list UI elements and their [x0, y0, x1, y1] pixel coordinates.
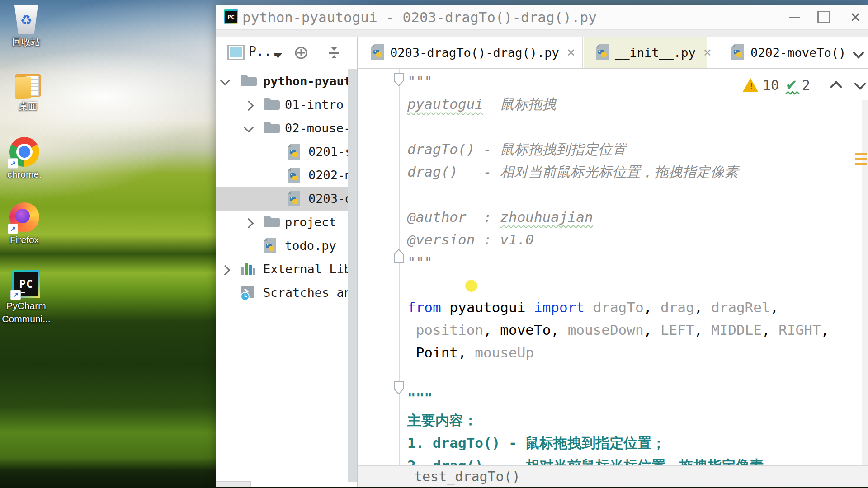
project-view-dropdown-icon[interactable] — [274, 53, 282, 58]
desktop-folder-icon — [15, 72, 41, 99]
breadcrumb-bar: test_dragTo() — [358, 465, 868, 487]
folder-icon — [263, 97, 280, 112]
desktop-icon-label: Firefox — [0, 235, 54, 245]
close-button[interactable]: ✕ — [845, 7, 865, 28]
tree-item-label: External Libr — [263, 262, 357, 276]
folder-icon — [263, 214, 280, 230]
folder-front — [15, 76, 31, 99]
editor-pane[interactable]: """pyautogui 鼠标拖拽dragTo() - 鼠标拖拽到指定位置dra… — [358, 69, 868, 487]
chevron-down-icon[interactable] — [244, 122, 254, 133]
desktop-icon-label: Communi... — [0, 314, 56, 324]
code-line-16: 主要内容： — [407, 411, 477, 429]
tree-item-01-intro[interactable]: 01-intro — [216, 93, 357, 117]
code-line-17: 1. dragTo() - 鼠标拖拽到指定位置； — [407, 434, 665, 452]
desktop-icon-label: 桌面 — [0, 101, 57, 112]
project-tree-hscrollbar[interactable] — [216, 481, 251, 487]
tree-item-0202-mc[interactable]: 0202-mc — [216, 164, 357, 187]
code-line-15: """ — [407, 389, 433, 407]
desktop-icon-label: PyCharm — [0, 300, 56, 311]
python-file-icon — [595, 44, 609, 62]
previous-problem-icon[interactable] — [830, 81, 842, 93]
maximize-button[interactable] — [814, 7, 834, 28]
collapse-all-icon[interactable] — [326, 45, 342, 61]
warning-stripe-mark[interactable] — [855, 158, 867, 160]
chevron-down-icon[interactable] — [220, 75, 231, 86]
minimize-icon — [789, 17, 800, 18]
firefox-core — [15, 209, 30, 223]
editor-tab-0202-moveto-[interactable]: 0202-moveTo() — [708, 37, 868, 68]
tree-item-label: todo.py — [285, 239, 336, 253]
window-titlebar: PC python-pyautogui - 0203-dragTo()-drag… — [216, 5, 868, 30]
editor-tab-0203-dragto-drag-py[interactable]: 0203-dragTo()-drag().py✕ — [358, 37, 583, 68]
folder-icon — [263, 120, 280, 136]
code-line-8: @version : v1.0 — [407, 230, 534, 249]
project-view-icon[interactable] — [227, 45, 245, 60]
desktop-icon-pycharm[interactable]: PC↗PyCharmCommuni... — [0, 270, 56, 324]
project-tree-scrollbar[interactable] — [348, 69, 357, 482]
python-icon — [263, 238, 277, 256]
tree-item-external-libr[interactable]: External Libr — [216, 258, 357, 281]
tree-item-todo-py[interactable]: todo.py — [216, 234, 357, 258]
next-problem-icon[interactable] — [854, 78, 866, 90]
editor-tab--init-py[interactable]: __init__.py✕ — [584, 37, 707, 68]
tab-label: __init__.py — [615, 46, 696, 60]
libs-icon — [240, 261, 256, 277]
code-line-2: pyautogui 鼠标拖拽 — [407, 95, 556, 113]
desktop-icon-label: chrome. — [0, 169, 54, 180]
locate-file-icon[interactable] — [293, 45, 309, 61]
shortcut-arrow-icon: ↗ — [10, 290, 21, 300]
tab-dropdown-icon[interactable] — [853, 47, 864, 58]
desktop-icon-recycle-bin[interactable]: ♻回收站 — [0, 5, 56, 47]
chevron-right-icon[interactable] — [244, 218, 254, 229]
shortcut-arrow-icon: ↗ — [8, 224, 18, 234]
tree-item-label: project — [285, 215, 336, 229]
code-line-9: """ — [407, 253, 433, 271]
chevron-right-icon[interactable] — [244, 101, 254, 111]
maximize-icon — [817, 11, 830, 23]
tree-item-label: Scratches and — [263, 286, 357, 300]
python-icon — [287, 167, 301, 185]
minimize-button[interactable] — [784, 7, 804, 28]
pycharm-logo-icon: PC — [224, 9, 238, 24]
main-area: P... python-pyauto01-intro02-mouse-c0201… — [216, 37, 868, 487]
scratch-icon — [240, 285, 256, 303]
tree-item-label: 02-mouse-c — [285, 121, 357, 135]
firefox-icon: ↗ — [9, 202, 39, 232]
checks-passed-count: 2 — [802, 77, 810, 93]
tree-item-0201-si[interactable]: 0201-si — [216, 140, 357, 164]
tree-item-0203-dr[interactable]: 0203-dr — [216, 187, 357, 211]
code-line-5: drag() - 相对当前鼠标光标位置，拖拽指定像素 — [407, 163, 738, 181]
code-line-4: dragTo() - 鼠标拖拽到指定位置 — [407, 140, 626, 158]
breadcrumb-item[interactable]: test_dragTo() — [414, 469, 520, 484]
desktop-icon-desktop-folder[interactable]: 桌面 — [0, 72, 57, 112]
tree-item-label: 01-intro — [285, 98, 344, 112]
window-title: python-pyautogui - 0203-dragTo()-drag().… — [242, 9, 597, 25]
mouse-click-indicator — [465, 280, 477, 292]
tree-item-project[interactable]: project — [216, 211, 357, 234]
desktop-icon-firefox[interactable]: ↗Firefox — [0, 202, 54, 245]
tree-item-02-mouse-c[interactable]: 02-mouse-c — [216, 117, 357, 140]
chevron-right-icon[interactable] — [220, 265, 231, 276]
warning-icon[interactable]: ! — [743, 78, 758, 92]
warning-stripe-mark[interactable] — [855, 163, 867, 165]
chrome-icon: ↗ — [9, 137, 39, 167]
tab-close-icon[interactable]: ✕ — [566, 47, 576, 59]
code-line-11: from pyautogui import dragTo, drag, drag… — [407, 298, 778, 316]
inspections-widget: ! 10 ✔ 2 — [743, 75, 864, 95]
editor-tabbar: 0203-dragTo()-drag().py✕__init__.py✕0202… — [358, 37, 868, 69]
tree-item-python-pyauto[interactable]: python-pyauto — [216, 70, 357, 93]
pycharm-window: PC python-pyautogui - 0203-dragTo()-drag… — [216, 5, 868, 487]
folder-icon — [240, 73, 257, 89]
tree-item-scratches-and[interactable]: Scratches and — [216, 281, 357, 305]
warning-count: 10 — [763, 77, 779, 93]
recycle-glyph: ♻ — [20, 12, 33, 28]
pycharm-icon: PC↗ — [12, 270, 40, 298]
warning-stripe-mark[interactable] — [855, 153, 867, 155]
editor-column: 0203-dragTo()-drag().py✕__init__.py✕0202… — [358, 37, 868, 487]
desktop-icon-label: 回收站 — [0, 37, 56, 47]
pycharm-logo-text: PC — [225, 11, 237, 23]
code-text[interactable]: """pyautogui 鼠标拖拽dragTo() - 鼠标拖拽到指定位置dra… — [358, 69, 862, 466]
project-tree: python-pyauto01-intro02-mouse-c0201-si02… — [216, 69, 357, 487]
checks-passed-icon[interactable]: ✔ — [785, 78, 797, 92]
desktop-icon-chrome[interactable]: ↗chrome. — [0, 137, 54, 180]
